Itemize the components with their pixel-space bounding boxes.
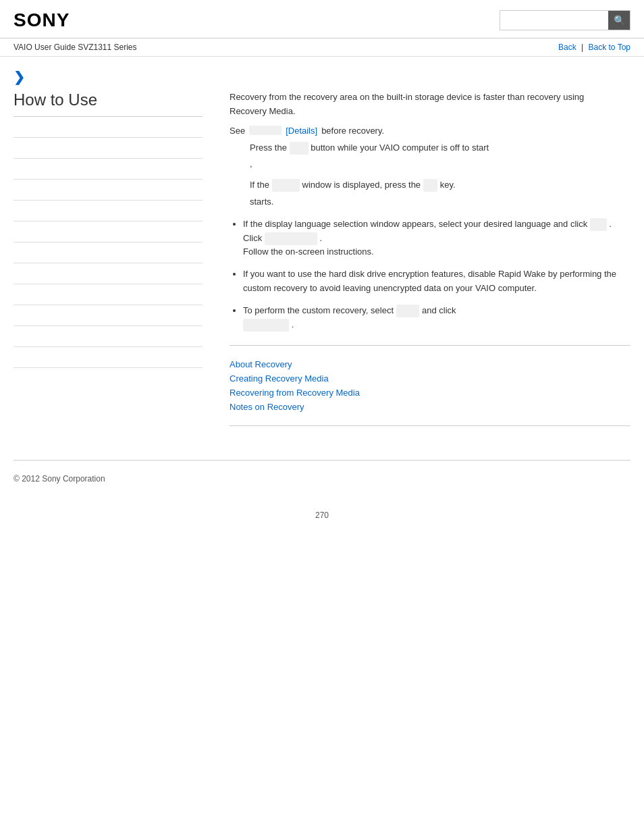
bullet3-and-click: and click xyxy=(422,305,456,315)
creating-recovery-media-link[interactable]: Creating Recovery Media xyxy=(230,373,630,384)
key-label: key. xyxy=(440,180,456,190)
sidebar-item[interactable] xyxy=(14,159,203,180)
see-row: See [Details] before recovery. xyxy=(230,126,630,136)
intro-line2: Recovery Media. xyxy=(230,106,296,116)
sidebar-item[interactable] xyxy=(14,221,203,242)
guide-title: VAIO User Guide SVZ1311 Series xyxy=(14,43,137,52)
bullet-item-1: If the display language selection window… xyxy=(243,217,630,259)
press-paragraph: Press the button while your VAIO compute… xyxy=(250,141,630,155)
bullet3-select-placeholder xyxy=(396,305,420,317)
header: SONY 🔍 xyxy=(0,0,644,38)
search-input[interactable] xyxy=(500,11,608,30)
if-block: If the window is displayed, press the ke… xyxy=(230,178,630,209)
related-links: About Recovery Creating Recovery Media R… xyxy=(230,359,630,412)
details-link[interactable]: [Details] xyxy=(286,126,317,136)
sidebar-item[interactable] xyxy=(14,284,203,305)
page-number: 270 xyxy=(0,497,644,527)
bullet-list-3: To perform the custom recovery, select a… xyxy=(243,304,630,332)
search-box: 🔍 xyxy=(500,10,630,30)
bullet1-text: If the display language selection window… xyxy=(243,219,587,229)
search-button[interactable]: 🔍 xyxy=(608,11,630,30)
press-label: Press the xyxy=(250,142,287,153)
breadcrumb-arrow[interactable]: ❯ xyxy=(14,70,25,84)
intro-line1: Recovery from the recovery area on the b… xyxy=(230,92,584,102)
if-paragraph: If the window is displayed, press the ke… xyxy=(250,178,630,192)
breadcrumb: ❯ xyxy=(0,57,644,90)
click-action-placeholder xyxy=(265,232,317,245)
recovering-from-recovery-media-link[interactable]: Recovering from Recovery Media xyxy=(230,388,630,398)
sidebar-item[interactable] xyxy=(14,347,203,368)
bullet2-text: If you want to use the hard disk drive e… xyxy=(243,269,616,293)
bullet-list: If the display language selection window… xyxy=(243,217,630,259)
bullet-item-3: To perform the custom recovery, select a… xyxy=(243,304,630,332)
follow-label: Follow the on-screen instructions. xyxy=(243,246,374,257)
bullet3-click-placeholder xyxy=(243,319,289,332)
nav-links: Back | Back to Top xyxy=(558,43,630,52)
see-label: See xyxy=(230,126,245,136)
footer: © 2012 Sony Corporation xyxy=(0,461,644,497)
nav-bar: VAIO User Guide SVZ1311 Series Back | Ba… xyxy=(0,38,644,57)
sidebar-item[interactable] xyxy=(14,305,203,326)
click-rest: . xyxy=(609,219,612,229)
if-label: If the xyxy=(250,180,269,190)
sidebar-item[interactable] xyxy=(14,201,203,221)
before-recovery: before recovery. xyxy=(321,126,384,136)
sidebar-title: How to Use xyxy=(14,90,203,117)
comma-paragraph: , xyxy=(250,157,630,172)
press-btn-placeholder xyxy=(290,142,308,155)
back-to-top-link[interactable]: Back to Top xyxy=(589,43,630,52)
content-divider xyxy=(230,345,630,346)
key-placeholder xyxy=(423,179,437,192)
sidebar-item[interactable] xyxy=(14,180,203,201)
sidebar-item[interactable] xyxy=(14,326,203,347)
sidebar: How to Use xyxy=(14,90,216,460)
press-rest: button while your VAIO computer is off t… xyxy=(311,142,489,153)
bullet3-prefix: To perform the custom recovery, select xyxy=(243,305,394,315)
search-icon: 🔍 xyxy=(614,15,625,26)
sidebar-item[interactable] xyxy=(14,242,203,263)
sony-logo: SONY xyxy=(14,9,70,31)
sidebar-item[interactable] xyxy=(14,117,203,138)
bullet-list-2: If you want to use the hard disk drive e… xyxy=(243,267,630,296)
click-label: Click xyxy=(243,233,262,243)
nav-separator: | xyxy=(581,43,583,52)
window-displayed: window is displayed, press the xyxy=(302,180,421,190)
content-divider-bottom xyxy=(230,425,630,426)
intro-paragraph: Recovery from the recovery area on the b… xyxy=(230,90,630,119)
starts-paragraph: starts. xyxy=(250,195,630,209)
bullet-item-2: If you want to use the hard disk drive e… xyxy=(243,267,630,296)
see-placeholder xyxy=(249,126,281,135)
sidebar-item[interactable] xyxy=(14,138,203,159)
click-placeholder xyxy=(590,218,607,231)
content-area: Recovery from the recovery area on the b… xyxy=(216,90,630,460)
back-link[interactable]: Back xyxy=(558,43,576,52)
if-window-placeholder xyxy=(272,179,300,192)
press-block: Press the button while your VAIO compute… xyxy=(230,141,630,172)
sidebar-item[interactable] xyxy=(14,263,203,284)
notes-on-recovery-link[interactable]: Notes on Recovery xyxy=(230,402,630,412)
copyright: © 2012 Sony Corporation xyxy=(14,474,105,484)
main-content: How to Use Recovery from the recovery ar… xyxy=(0,90,644,460)
about-recovery-link[interactable]: About Recovery xyxy=(230,359,630,369)
